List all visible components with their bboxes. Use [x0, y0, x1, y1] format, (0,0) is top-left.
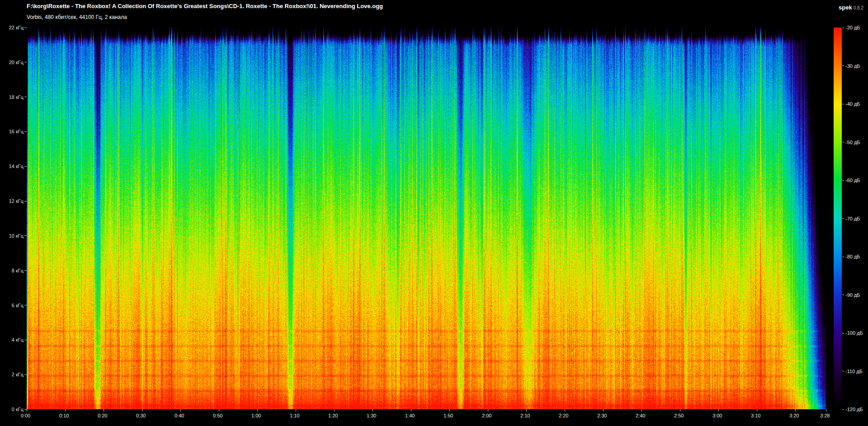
app-brand: spek0.8.2 [839, 3, 863, 11]
time-axis-label: 1:30 [367, 413, 376, 418]
freq-axis-label: 12 кГц [0, 198, 24, 204]
time-axis-label: 1:50 [443, 413, 453, 418]
freq-tick [24, 131, 27, 132]
freq-tick [24, 97, 27, 97]
db-axis-label: -20 дБ [845, 25, 860, 30]
time-axis-label: 1:40 [405, 413, 415, 418]
freq-axis-label: 10 кГц [0, 233, 24, 239]
freq-axis-label: 20 кГц [0, 60, 24, 65]
time-tick [334, 409, 335, 412]
db-axis-label: -110 дБ [845, 369, 863, 374]
time-tick [219, 409, 219, 412]
time-tick [488, 409, 488, 412]
file-path: F:\korg\Roxette - The Roxbox! A Collecti… [27, 3, 383, 9]
time-tick [104, 409, 104, 412]
time-axis-label: 1:10 [290, 413, 299, 418]
freq-tick [24, 166, 27, 167]
freq-tick [24, 28, 27, 28]
db-axis-label: -80 дБ [845, 254, 860, 259]
db-axis-label: -40 дБ [845, 101, 860, 107]
legend-colorbar [834, 28, 842, 409]
time-axis-label: 2:50 [674, 413, 684, 418]
time-tick [757, 409, 757, 412]
time-tick [142, 409, 142, 412]
freq-axis-label: 14 кГц [0, 164, 24, 169]
db-tick [842, 218, 844, 219]
time-axis-label: 0:30 [136, 413, 146, 418]
time-tick [565, 409, 565, 412]
time-axis-label: 2:10 [520, 413, 530, 418]
db-axis-label: -50 дБ [845, 140, 860, 145]
time-tick [411, 409, 411, 412]
freq-axis-label: 18 кГц [0, 94, 24, 100]
time-tick [603, 409, 604, 412]
db-tick [842, 66, 844, 66]
time-tick [680, 409, 680, 412]
freq-axis-label: 8 кГц [0, 268, 24, 273]
time-axis-label: 0:20 [98, 413, 107, 418]
app-name: spek [839, 4, 852, 11]
freq-tick [24, 305, 27, 305]
db-tick [842, 371, 844, 371]
time-tick [296, 409, 296, 412]
freq-axis-label: 22 кГц [0, 25, 24, 30]
time-axis-label: 2:30 [597, 413, 607, 418]
time-axis-label: 3:10 [751, 413, 760, 418]
time-axis-label: 1:00 [251, 413, 261, 418]
freq-tick [24, 340, 27, 340]
db-tick [842, 295, 844, 295]
time-tick [27, 409, 27, 412]
freq-axis-label: 2 кГц [0, 372, 24, 377]
time-tick [373, 409, 373, 412]
time-tick [65, 409, 66, 412]
time-axis-label: 2:20 [559, 413, 568, 418]
db-axis-label: -70 дБ [845, 216, 860, 221]
stream-info: Vorbis, 480 кбит/сек, 44100 Гц, 2 канала [27, 14, 127, 20]
time-axis-label: 3:20 [789, 413, 799, 418]
db-tick [842, 142, 844, 142]
freq-tick [24, 375, 27, 375]
db-axis-label: -90 дБ [845, 292, 860, 298]
time-tick [795, 409, 796, 412]
time-axis-label: 0:10 [59, 413, 69, 418]
time-axis-label: 2:00 [482, 413, 491, 418]
freq-axis-label: 4 кГц [0, 337, 24, 342]
app-version: 0.8.2 [854, 5, 863, 10]
db-tick [842, 104, 844, 104]
db-axis-label: -30 дБ [845, 63, 860, 69]
db-tick [842, 257, 844, 257]
time-axis-label: 0:50 [213, 413, 222, 418]
time-axis-label: 0:00 [21, 413, 30, 418]
freq-axis-label: 16 кГц [0, 129, 24, 134]
freq-axis-label: 0 кГц [0, 407, 24, 412]
time-tick [718, 409, 719, 412]
db-axis-label: -100 дБ [845, 330, 863, 336]
freq-tick [24, 201, 27, 201]
freq-tick [24, 270, 27, 271]
spectrogram-canvas [27, 28, 826, 409]
time-tick [826, 409, 826, 412]
time-axis-label: 3:28 [820, 413, 830, 418]
freq-tick [24, 235, 27, 236]
freq-axis-label: 6 кГц [0, 303, 24, 308]
db-tick [842, 28, 844, 28]
time-tick [526, 409, 527, 412]
time-tick [257, 409, 258, 412]
freq-tick [24, 62, 27, 62]
time-axis-label: 1:20 [328, 413, 338, 418]
time-axis-label: 2:40 [636, 413, 645, 418]
time-tick [449, 409, 450, 412]
db-axis-label: -120 дБ [845, 407, 863, 412]
time-axis-label: 3:00 [712, 413, 722, 418]
db-tick [842, 409, 844, 410]
db-tick [842, 180, 844, 181]
time-tick [180, 409, 181, 412]
db-axis-label: -60 дБ [845, 178, 860, 183]
db-tick [842, 333, 844, 333]
time-tick [642, 409, 642, 412]
time-axis-label: 0:40 [175, 413, 184, 418]
